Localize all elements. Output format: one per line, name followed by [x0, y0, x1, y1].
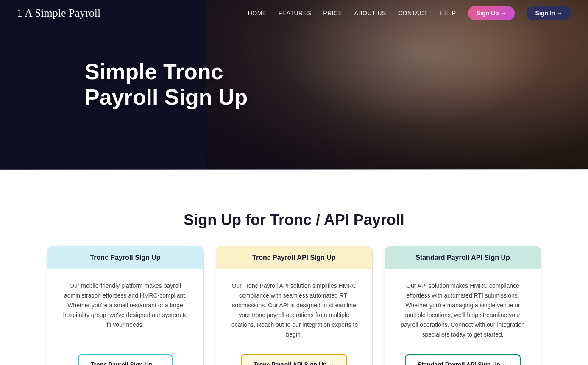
- nav-home[interactable]: HOME: [248, 10, 267, 17]
- site-header: 1 A Simple Payroll HOME FEATURES PRICE A…: [0, 0, 588, 26]
- cards-container: Tronc Payroll Sign Up Our mobile-friendl…: [40, 246, 549, 365]
- wave-svg: [0, 169, 588, 198]
- section-title: Sign Up for Tronc / API Payroll: [25, 211, 563, 229]
- card-tronc-body: Our mobile-friendly platform makes payro…: [47, 269, 203, 350]
- card-tronc-api-button[interactable]: Tronc Payroll API Sign Up →: [241, 354, 347, 365]
- nav-help[interactable]: HELP: [440, 10, 456, 17]
- card-standard-api: Standard Payroll API Sign Up Our API sol…: [385, 246, 541, 365]
- card-standard-api-button[interactable]: Standard Payroll API Sign Up →: [405, 354, 521, 365]
- nav-price[interactable]: PRICE: [323, 10, 342, 17]
- card-tronc-api: Tronc Payroll API Sign Up Our Tronc Payr…: [216, 246, 373, 365]
- signin-button[interactable]: Sign In →: [527, 6, 571, 20]
- nav-features[interactable]: FEATURES: [279, 10, 312, 17]
- site-logo: 1 A Simple Payroll: [17, 7, 100, 20]
- main-nav: HOME FEATURES PRICE ABOUT US CONTACT HEL…: [248, 6, 571, 20]
- card-standard-api-body: Our API solution makes HMRC compliance e…: [385, 269, 541, 350]
- card-tronc-button[interactable]: Tronc Payroll Sign Up →: [78, 354, 173, 365]
- card-tronc: Tronc Payroll Sign Up Our mobile-friendl…: [47, 246, 204, 365]
- wave-divider: [0, 169, 588, 198]
- hero-heading: Simple Tronc Payroll Sign Up: [85, 59, 248, 110]
- card-standard-api-header: Standard Payroll API Sign Up: [385, 246, 541, 269]
- nav-contact[interactable]: CONTACT: [398, 10, 428, 17]
- card-tronc-header: Tronc Payroll Sign Up: [47, 246, 203, 269]
- main-section: Sign Up for Tronc / API Payroll Tronc Pa…: [0, 198, 588, 365]
- card-tronc-api-body: Our Tronc Payroll API solution simplifie…: [216, 269, 372, 350]
- hero-content: Simple Tronc Payroll Sign Up: [85, 59, 248, 110]
- card-tronc-api-header: Tronc Payroll API Sign Up: [216, 246, 372, 269]
- nav-about[interactable]: ABOUT US: [354, 10, 386, 17]
- signup-button[interactable]: Sign Up →: [468, 6, 515, 20]
